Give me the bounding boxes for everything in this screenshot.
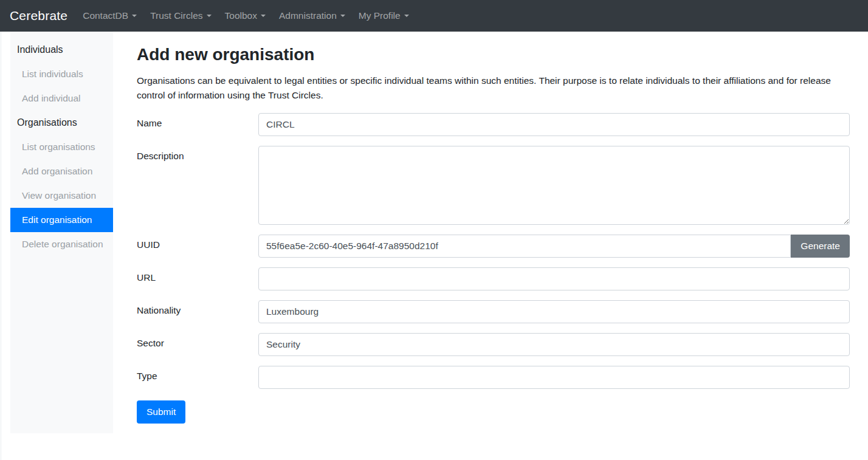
- chevron-down-icon: [340, 15, 345, 17]
- submit-button[interactable]: Submit: [137, 400, 185, 424]
- sidebar-header-organisations: Organisations: [10, 111, 113, 135]
- url-field[interactable]: [258, 267, 850, 290]
- page-body: Individuals List individuals Add individ…: [0, 32, 868, 433]
- nav-item-label: Toolbox: [225, 10, 257, 21]
- generate-button[interactable]: Generate: [791, 235, 850, 258]
- page-title: Add new organisation: [137, 44, 850, 65]
- page-description: Organisations can be equivalent to legal…: [137, 74, 850, 103]
- sidebar-item-view-organisation[interactable]: View organisation: [10, 184, 113, 208]
- sidebar-header-individuals: Individuals: [10, 38, 113, 62]
- sector-label: Sector: [137, 333, 258, 356]
- nav-item-label: Trust Circles: [150, 10, 202, 21]
- sidebar-item-list-organisations[interactable]: List organisations: [10, 135, 113, 159]
- nav-item-label: ContactDB: [83, 10, 128, 21]
- form-row-sector: Sector: [137, 333, 850, 356]
- window-edge-line: [1, 32, 1, 460]
- form-row-uuid: UUID Generate: [137, 235, 850, 258]
- chevron-down-icon: [261, 15, 266, 17]
- brand-logo[interactable]: Cerebrate: [10, 9, 67, 23]
- form-row-description: Description: [137, 146, 850, 225]
- sidebar-item-list-individuals[interactable]: List individuals: [10, 62, 113, 86]
- sidebar-item-edit-organisation[interactable]: Edit organisation: [10, 208, 113, 232]
- chevron-down-icon: [404, 15, 409, 17]
- nav-item-administration[interactable]: Admnistration: [272, 5, 352, 26]
- form-row-name: Name: [137, 113, 850, 136]
- nav-item-my-profile[interactable]: My Profile: [352, 5, 416, 26]
- chevron-down-icon: [132, 15, 137, 17]
- top-navbar: Cerebrate ContactDB Trust Circles Toolbo…: [0, 0, 868, 32]
- description-label: Description: [137, 146, 258, 225]
- organisation-form: Name Description UUID Generate URL: [137, 113, 850, 433]
- nav-item-label: My Profile: [359, 10, 401, 21]
- form-row-url: URL: [137, 267, 850, 290]
- nationality-field[interactable]: [258, 300, 850, 323]
- nav-item-toolbox[interactable]: Toolbox: [218, 5, 272, 26]
- chevron-down-icon: [207, 15, 212, 17]
- nationality-label: Nationality: [137, 300, 258, 323]
- sidebar-item-add-organisation[interactable]: Add organisation: [10, 159, 113, 184]
- name-label: Name: [137, 113, 258, 136]
- nav-item-trust-circles[interactable]: Trust Circles: [143, 5, 218, 26]
- url-label: URL: [137, 267, 258, 290]
- sidebar: Individuals List individuals Add individ…: [10, 32, 113, 433]
- form-row-nationality: Nationality: [137, 300, 850, 323]
- type-label: Type: [137, 366, 258, 389]
- description-field[interactable]: [258, 146, 850, 225]
- nav-item-contactdb[interactable]: ContactDB: [76, 5, 143, 26]
- type-field[interactable]: [258, 366, 850, 389]
- uuid-field[interactable]: [258, 235, 791, 258]
- sector-field[interactable]: [258, 333, 850, 356]
- uuid-label: UUID: [137, 235, 258, 258]
- nav-item-label: Admnistration: [279, 10, 337, 21]
- sidebar-item-delete-organisation[interactable]: Delete organisation: [10, 232, 113, 256]
- main-content: Add new organisation Organisations can b…: [113, 32, 868, 433]
- navbar-menu: ContactDB Trust Circles Toolbox Admnistr…: [76, 5, 415, 26]
- name-field[interactable]: [258, 113, 850, 136]
- sidebar-item-add-individual[interactable]: Add individual: [10, 86, 113, 111]
- form-row-type: Type: [137, 366, 850, 389]
